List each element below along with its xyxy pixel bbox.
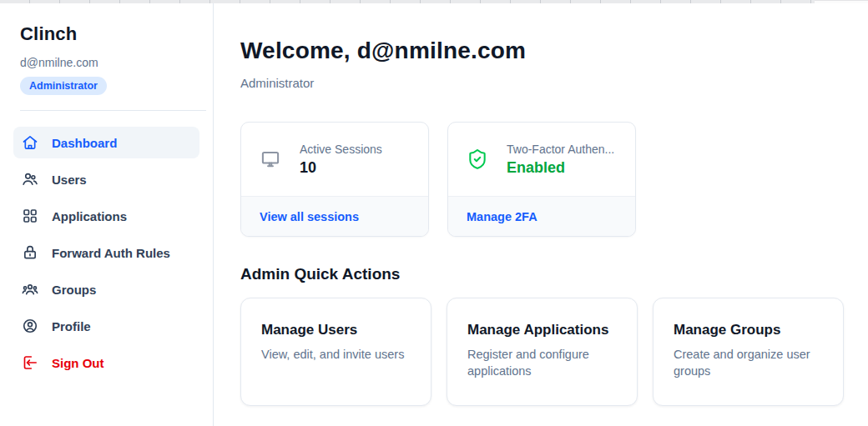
view-all-sessions-link[interactable]: View all sessions [260,210,359,223]
stat-card-footer: View all sessions [241,196,428,236]
users-icon [22,171,38,188]
sidebar-item-label: Sign Out [52,356,104,370]
app-window: Clinch d@nmilne.com Administrator Dashbo… [0,0,868,426]
user-circle-icon [22,318,38,334]
main-content: Welcome, d@nmilne.com Administrator [214,3,868,426]
sidebar-item-dashboard[interactable]: Dashboard [13,127,199,158]
user-email: d@nmilne.com [20,56,193,69]
sign-out-icon [22,354,38,371]
two-factor-card: Two-Factor Authen... Enabled Manage 2FA [447,122,636,237]
manage-applications-card[interactable]: Manage Applications Register and configu… [447,298,638,406]
active-sessions-card: Active Sessions 10 View all sessions [240,122,429,237]
action-card-title: Manage Applications [467,322,617,338]
app-logo: Clinch [20,23,193,45]
role-badge: Administrator [20,77,107,95]
manage-2fa-link[interactable]: Manage 2FA [467,210,537,223]
action-card-title: Manage Users [261,322,411,338]
quick-actions-title: Admin Quick Actions [240,265,844,283]
sidebar-divider [20,110,206,111]
page-title: Welcome, d@nmilne.com [240,38,844,64]
sidebar-item-label: Forward Auth Rules [52,246,170,260]
sidebar: Clinch d@nmilne.com Administrator Dashbo… [0,3,214,426]
page-subtitle: Administrator [240,76,844,90]
sidebar-item-groups[interactable]: Groups [13,273,199,305]
stat-value: Enabled [507,159,614,177]
stat-card-footer: Manage 2FA [448,196,635,236]
sidebar-item-label: Applications [52,209,127,223]
groups-icon [22,281,38,298]
browser-edge-strip [0,0,868,3]
lock-icon [22,244,38,261]
action-card-description: Create and organize user groups [674,346,823,379]
sidebar-item-profile[interactable]: Profile [13,310,199,342]
shield-check-icon [467,148,488,170]
sidebar-item-sign-out[interactable]: Sign Out [13,347,199,378]
sidebar-item-forward-auth-rules[interactable]: Forward Auth Rules [13,237,199,268]
sidebar-item-label: Groups [52,283,96,297]
stat-label: Active Sessions [300,143,382,156]
stats-row: Active Sessions 10 View all sessions [240,122,844,237]
stat-label: Two-Factor Authen... [507,143,614,156]
sidebar-item-label: Profile [52,319,91,333]
sidebar-item-users[interactable]: Users [13,163,199,195]
action-card-description: View, edit, and invite users [261,346,411,363]
quick-actions-row: Manage Users View, edit, and invite user… [240,298,844,406]
home-icon [22,134,38,151]
browser-edge-strip-end [815,0,868,3]
sidebar-item-applications[interactable]: Applications [13,200,199,232]
manage-groups-card[interactable]: Manage Groups Create and organize user g… [653,298,844,406]
action-card-description: Register and configure applications [467,346,617,379]
manage-users-card[interactable]: Manage Users View, edit, and invite user… [240,298,431,406]
sidebar-item-label: Users [52,173,87,187]
stat-value: 10 [300,159,382,177]
action-card-title: Manage Groups [674,322,823,338]
sidebar-nav: Dashboard Users [13,127,199,378]
sidebar-item-label: Dashboard [52,136,117,150]
monitor-icon [260,148,281,170]
grid-icon [22,208,38,224]
